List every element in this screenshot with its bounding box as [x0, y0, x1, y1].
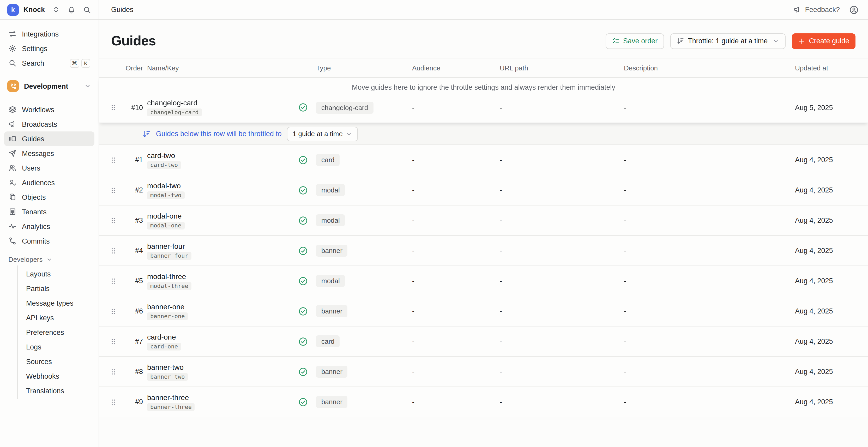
sidebar-item-tenants[interactable]: Tenants	[4, 204, 94, 219]
developers-section-toggle[interactable]: Developers	[4, 256, 94, 263]
search-icon[interactable]	[83, 5, 91, 14]
sidebar-item-audiences[interactable]: Audiences	[4, 175, 94, 190]
sidebar-item-message-types[interactable]: Message types	[18, 296, 99, 310]
guide-name[interactable]: card-one	[147, 332, 176, 341]
drag-handle-icon[interactable]	[111, 368, 119, 376]
sidebar-item-broadcasts[interactable]: Broadcasts	[4, 117, 94, 131]
drag-handle-icon[interactable]	[111, 156, 119, 164]
guide-name[interactable]: banner-three	[147, 393, 189, 402]
guide-key-badge: modal-one	[147, 221, 184, 229]
sidebar-item-webhooks[interactable]: Webhooks	[18, 369, 99, 383]
guide-name[interactable]: banner-four	[147, 242, 185, 250]
logo-letter: k	[11, 6, 15, 13]
breadcrumb[interactable]: Guides	[111, 6, 133, 13]
column-header-audience: Audience	[412, 64, 496, 72]
guide-row[interactable]: #9 banner-three banner-three banner - - …	[99, 387, 868, 417]
active-check-icon	[299, 246, 312, 255]
guide-name[interactable]: banner-one	[147, 302, 184, 311]
guide-row[interactable]: #3 modal-one modal-one modal - - - Aug 4…	[99, 205, 868, 236]
guide-url-path: -	[500, 103, 620, 111]
sidebar-item-logs[interactable]: Logs	[18, 340, 99, 354]
active-check-icon	[299, 367, 312, 376]
main-content: Guides Save order Throttle: 1 guide at a…	[99, 20, 868, 447]
drag-handle-icon[interactable]	[111, 398, 119, 406]
sidebar-item-partials[interactable]: Partials	[18, 281, 99, 296]
guide-type-badge: modal	[316, 275, 345, 287]
guide-order: #6	[123, 307, 143, 315]
drag-handle-icon[interactable]	[111, 247, 119, 255]
guide-row[interactable]: #10 changelog-card changelog-card change…	[99, 92, 868, 123]
branch-icon	[7, 80, 19, 92]
guide-updated-at: Aug 4, 2025	[795, 186, 856, 194]
drag-handle-icon[interactable]	[111, 337, 119, 346]
drag-handle-icon[interactable]	[111, 186, 119, 194]
plus-icon	[798, 37, 805, 44]
account-menu-button[interactable]	[849, 5, 859, 14]
guide-audience: -	[412, 247, 496, 255]
guide-name[interactable]: modal-three	[147, 272, 186, 280]
guide-name[interactable]: card-two	[147, 151, 175, 159]
save-order-button[interactable]: Save order	[606, 33, 664, 49]
pages-icon	[8, 193, 17, 201]
sidebar-item-commits[interactable]: Commits	[4, 234, 94, 248]
create-guide-button[interactable]: Create guide	[792, 33, 856, 49]
feedback-button[interactable]: Feedback?	[794, 6, 840, 13]
environment-switcher[interactable]: Development	[4, 78, 94, 94]
workspace-switcher-icon[interactable]	[52, 6, 60, 13]
guide-name[interactable]: modal-two	[147, 181, 181, 190]
guide-audience: -	[412, 338, 496, 345]
sidebar-item-sources[interactable]: Sources	[18, 354, 99, 369]
sidebar-item-analytics[interactable]: Analytics	[4, 219, 94, 234]
sidebar-item-layouts[interactable]: Layouts	[18, 266, 99, 281]
guide-row[interactable]: #1 card-two card-two card - - - Aug 4, 2…	[99, 145, 868, 175]
guide-audience: -	[412, 156, 496, 164]
guide-row[interactable]: #8 banner-two banner-two banner - - - Au…	[99, 357, 868, 387]
guide-name[interactable]: banner-two	[147, 363, 184, 371]
guide-audience: -	[412, 217, 496, 224]
workspace-header: k Knock	[0, 0, 99, 19]
guide-type-badge: card	[316, 154, 340, 166]
sidebar-item-search[interactable]: Search ⌘K	[4, 56, 94, 70]
sidebar-item-translations[interactable]: Translations	[18, 383, 99, 398]
sidebar-item-preferences[interactable]: Preferences	[18, 325, 99, 340]
drag-handle-icon[interactable]	[111, 307, 119, 315]
guide-description: -	[624, 307, 791, 315]
drag-handle-icon[interactable]	[111, 216, 119, 225]
column-header-type: Type	[316, 64, 408, 72]
guide-row[interactable]: #5 modal-three modal-three modal - - - A…	[99, 266, 868, 296]
guide-audience: -	[412, 398, 496, 406]
throttle-amount-select[interactable]: 1 guide at a time	[287, 126, 358, 141]
app-window: k Knock Guides Feedback?	[0, 0, 868, 447]
sidebar-item-workflows[interactable]: Workflows	[4, 102, 94, 117]
throttle-divider-text[interactable]: Guides below this row will be throttled …	[156, 130, 282, 138]
sidebar-item-api-keys[interactable]: API keys	[18, 310, 99, 325]
bell-icon[interactable]	[67, 5, 75, 14]
sidebar-item-users[interactable]: Users	[4, 161, 94, 175]
knock-logo: k	[7, 4, 19, 15]
active-check-icon	[299, 103, 312, 112]
guide-name[interactable]: changelog-card	[147, 99, 197, 107]
guide-type-badge: modal	[316, 184, 345, 196]
no-throttle-hint: Move guides here to ignore the throttle …	[99, 78, 868, 92]
sidebar-item-settings[interactable]: Settings	[4, 41, 94, 56]
guide-name[interactable]: modal-one	[147, 212, 182, 220]
drag-handle-icon[interactable]	[111, 103, 119, 111]
guide-row[interactable]: #4 banner-four banner-four banner - - - …	[99, 236, 868, 266]
guide-url-path: -	[500, 338, 620, 345]
guide-row[interactable]: #7 card-one card-one card - - - Aug 4, 2…	[99, 326, 868, 357]
guide-key-badge: card-one	[147, 343, 181, 350]
drag-handle-icon[interactable]	[111, 277, 119, 285]
sidebar-item-guides[interactable]: Guides	[4, 131, 94, 146]
guide-description: -	[624, 398, 791, 406]
sidebar-item-objects[interactable]: Objects	[4, 190, 94, 204]
guide-row[interactable]: #6 banner-one banner-one banner - - - Au…	[99, 296, 868, 326]
guide-type-badge: modal	[316, 214, 345, 226]
sidebar-item-messages[interactable]: Messages	[4, 146, 94, 161]
guide-row[interactable]: #2 modal-two modal-two modal - - - Aug 4…	[99, 175, 868, 205]
sidebar-item-integrations[interactable]: Integrations	[4, 27, 94, 41]
guide-order: #5	[123, 277, 143, 285]
save-order-label: Save order	[623, 37, 657, 45]
chevron-down-icon	[84, 83, 91, 90]
active-check-icon	[299, 337, 312, 346]
throttle-dropdown-button[interactable]: Throttle: 1 guide at a time	[670, 33, 785, 49]
